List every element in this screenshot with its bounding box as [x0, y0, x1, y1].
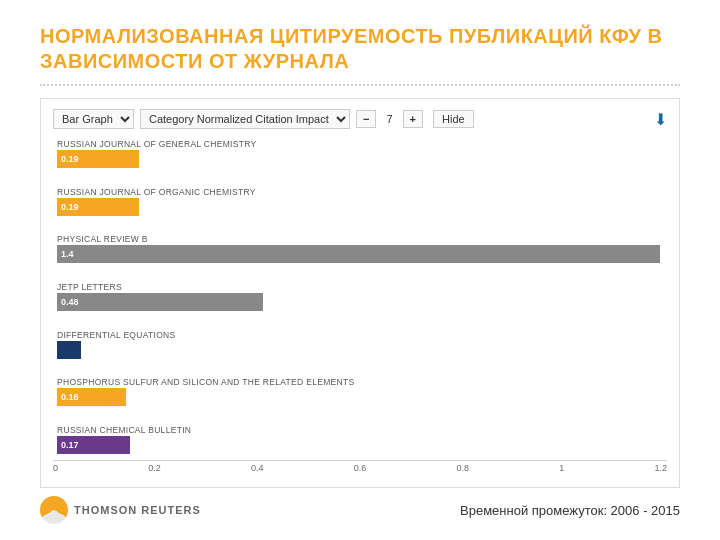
logo-area: THOMSON REUTERS [40, 496, 201, 524]
download-icon[interactable]: ⬇ [654, 110, 667, 129]
axis-tick: 0.2 [148, 461, 161, 473]
logo-text: THOMSON REUTERS [74, 504, 201, 516]
bar-track: 0.48 [57, 293, 663, 311]
axis-tick: 1 [559, 461, 564, 473]
bar-label: RUSSIAN CHEMICAL BULLETIN [57, 425, 663, 435]
chart-body: RUSSIAN JOURNAL OF GENERAL CHEMISTRY0.19… [53, 139, 667, 456]
axis-tick: 1.2 [654, 461, 667, 473]
bar-value: 0.19 [57, 202, 79, 212]
bar-row: RUSSIAN JOURNAL OF GENERAL CHEMISTRY0.19 [57, 139, 663, 168]
logo-icon [40, 496, 68, 524]
decrease-button[interactable]: − [356, 110, 376, 128]
axis-tick: 0 [53, 461, 58, 473]
bar-row: PHYSICAL REVIEW B1.4 [57, 234, 663, 263]
bar-label: RUSSIAN JOURNAL OF ORGANIC CHEMISTRY [57, 187, 663, 197]
bar-fill: 0.19 [57, 150, 139, 168]
bar-row: PHOSPHORUS SULFUR AND SILICON AND THE RE… [57, 377, 663, 406]
chart-container: Bar Graph Category Normalized Citation I… [40, 98, 680, 488]
axis-tick: 0.8 [456, 461, 469, 473]
chart-axis: 00.20.40.60.811.2 [53, 460, 667, 473]
bar-fill [57, 341, 81, 359]
bar-track: 0.16 [57, 388, 663, 406]
bar-fill: 1.4 [57, 245, 660, 263]
bar-track [57, 341, 663, 359]
axis-tick: 0.6 [354, 461, 367, 473]
bar-value: 0.16 [57, 392, 79, 402]
divider [40, 84, 680, 86]
bar-value: 0.17 [57, 440, 79, 450]
bar-track: 0.19 [57, 198, 663, 216]
time-range: Временной промежуток: 2006 - 2015 [460, 503, 680, 518]
metric-select[interactable]: Category Normalized Citation Impact [140, 109, 350, 129]
bar-fill: 0.48 [57, 293, 263, 311]
bar-row: DIFFERENTIAL EQUATIONS [57, 330, 663, 359]
chart-type-select[interactable]: Bar Graph [53, 109, 134, 129]
hide-button[interactable]: Hide [433, 110, 474, 128]
bar-value: 1.4 [57, 249, 74, 259]
bar-label: DIFFERENTIAL EQUATIONS [57, 330, 663, 340]
chart-toolbar: Bar Graph Category Normalized Citation I… [53, 109, 667, 129]
bar-value: 0.48 [57, 297, 79, 307]
bar-label: JETP LETTERS [57, 282, 663, 292]
bar-label: PHYSICAL REVIEW B [57, 234, 663, 244]
page-container: НОРМАЛИЗОВАННАЯ ЦИТИРУЕМОСТЬ ПУБЛИКАЦИЙ … [0, 0, 720, 540]
bar-fill: 0.17 [57, 436, 130, 454]
bar-row: JETP LETTERS0.48 [57, 282, 663, 311]
bar-fill: 0.19 [57, 198, 139, 216]
bar-track: 1.4 [57, 245, 663, 263]
bar-fill: 0.16 [57, 388, 126, 406]
page-title: НОРМАЛИЗОВАННАЯ ЦИТИРУЕМОСТЬ ПУБЛИКАЦИЙ … [40, 24, 680, 74]
increase-button[interactable]: + [403, 110, 423, 128]
bar-row: RUSSIAN CHEMICAL BULLETIN0.17 [57, 425, 663, 454]
bar-row: RUSSIAN JOURNAL OF ORGANIC CHEMISTRY0.19 [57, 187, 663, 216]
count-display: 7 [382, 111, 396, 127]
bar-label: RUSSIAN JOURNAL OF GENERAL CHEMISTRY [57, 139, 663, 149]
bar-track: 0.17 [57, 436, 663, 454]
bar-value: 0.19 [57, 154, 79, 164]
footer: THOMSON REUTERS Временной промежуток: 20… [40, 496, 680, 524]
bar-label: PHOSPHORUS SULFUR AND SILICON AND THE RE… [57, 377, 663, 387]
axis-tick: 0.4 [251, 461, 264, 473]
bar-track: 0.19 [57, 150, 663, 168]
